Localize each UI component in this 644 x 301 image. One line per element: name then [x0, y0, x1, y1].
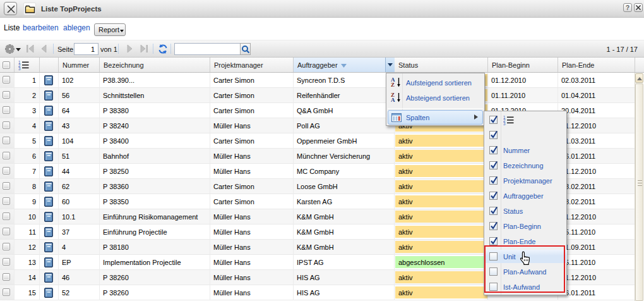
svg-text:3: 3	[503, 121, 506, 126]
svg-text:Z: Z	[391, 82, 395, 88]
svg-text:A: A	[391, 97, 395, 103]
svg-text:3: 3	[18, 66, 21, 71]
